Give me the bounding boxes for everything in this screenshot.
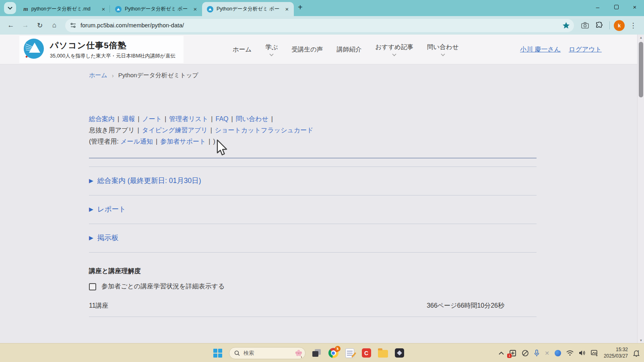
start-button[interactable]: [213, 348, 223, 358]
home-button[interactable]: ⌂: [48, 19, 60, 31]
tab-markdown-file[interactable]: m pythonデータ分析ゼミ.md ×: [19, 2, 110, 16]
web-page: パソコン仕事5倍塾 35,000人を指導した東大卒・元日本IBM社内講師が直伝 …: [0, 35, 644, 343]
chevron-down-icon: [269, 53, 274, 56]
triangle-right-icon: ▶: [89, 177, 93, 184]
tab-portal-2-active[interactable]: Pythonデータ分析ゼミ ポータルトップ ×: [202, 2, 294, 16]
screen: m pythonデータ分析ゼミ.md × Pythonデータ分析ゼミ ポータルト…: [0, 0, 644, 362]
file-explorer-taskbar-icon[interactable]: [378, 348, 388, 358]
quicklinks-row-1: 総合案内|週報|ノート|管理者リスト|FAQ|問い合わせ|: [89, 113, 537, 125]
quicklink[interactable]: メール通知: [120, 138, 153, 145]
extensions-icon[interactable]: [593, 19, 605, 31]
close-window-button[interactable]: ×: [625, 0, 644, 14]
section-toggle[interactable]: ▶ 総合案内 (最終更新日: 01月30日): [89, 176, 537, 185]
checkbox-label[interactable]: 参加者ごとの講座学習状況を詳細表示する: [101, 282, 225, 291]
quicklink[interactable]: 総合案内: [89, 115, 115, 122]
scroll-up-icon[interactable]: ▲: [638, 35, 644, 40]
markdown-favicon: m: [23, 6, 28, 12]
reload-button[interactable]: ↻: [34, 19, 46, 31]
section-general-info: ▶ 総合案内 (最終更新日: 01月30日): [89, 176, 537, 195]
main-navigation: ホーム 学ぶ 受講生の声 講師紹介 おすすめ記事 問い合わせ: [233, 35, 459, 64]
breadcrumb-current: Pythonデータ分析ゼミトップ: [118, 72, 198, 79]
section-toggle[interactable]: ▶ 掲示板: [89, 233, 537, 243]
logout-link-wrap: ログアウト: [569, 35, 602, 64]
site-info-icon[interactable]: [70, 23, 76, 28]
quicklink[interactable]: ショートカットフラッシュカード: [215, 127, 314, 134]
nav-item-voices[interactable]: 受講生の声: [292, 35, 323, 64]
red-app-taskbar-icon[interactable]: C: [361, 348, 372, 358]
nav-item-home[interactable]: ホーム: [233, 35, 252, 64]
nav-item-instructors[interactable]: 講師紹介: [336, 35, 361, 64]
nav-item-articles[interactable]: おすすめ記事: [375, 35, 413, 64]
quicklink[interactable]: FAQ: [216, 115, 229, 122]
notification-bell-dnd-icon[interactable]: z: [633, 350, 640, 357]
tab-search-button[interactable]: [4, 2, 16, 14]
microphone-icon[interactable]: [534, 350, 539, 357]
dark-app-taskbar-icon[interactable]: [394, 348, 405, 358]
taskbar-clock[interactable]: 15:32 2025/03/27: [604, 347, 628, 359]
sync-app-tray-icon[interactable]: 1: [509, 350, 516, 357]
nav-item-contact[interactable]: 問い合わせ: [427, 35, 459, 64]
new-tab-button[interactable]: +: [298, 3, 303, 12]
tray-expand-chevron-icon[interactable]: [499, 352, 504, 355]
bookmark-star-icon[interactable]: [562, 22, 570, 29]
photo-import-icon[interactable]: [591, 350, 599, 356]
profile-avatar[interactable]: k: [614, 20, 625, 31]
maximize-icon: [614, 5, 619, 9]
tab-title: Pythonデータ分析ゼミ ポータルトップ: [125, 6, 188, 12]
chrome-taskbar-icon[interactable]: k: [328, 348, 339, 358]
blue-app-tray-icon[interactable]: [555, 350, 561, 356]
quicklink[interactable]: タイピング練習アプリ: [142, 127, 208, 134]
quicklink[interactable]: 週報: [122, 115, 135, 122]
volume-icon[interactable]: [579, 350, 586, 356]
maximize-button[interactable]: [607, 0, 625, 14]
tab-close-icon[interactable]: ×: [192, 6, 199, 12]
section-title[interactable]: 掲示板: [97, 233, 119, 243]
taskbar-search-box[interactable]: 検索: [229, 347, 305, 359]
tab-title: Pythonデータ分析ゼミ ポータルトップ: [217, 6, 280, 12]
quicklink[interactable]: ノート: [142, 115, 162, 122]
site-header: パソコン仕事5倍塾 35,000人を指導した東大卒・元日本IBM社内講師が直伝 …: [0, 35, 637, 64]
notepad-taskbar-icon[interactable]: [345, 348, 355, 358]
quicklinks-row-2: 息抜き用アプリ|タイピング練習アプリ|ショートカットフラッシュカード: [89, 125, 537, 136]
task-view-button[interactable]: [312, 348, 322, 358]
breadcrumb: ホーム › Pythonデータ分析ゼミトップ: [89, 72, 198, 79]
quicklink[interactable]: 問い合わせ: [236, 115, 268, 122]
tab-close-icon[interactable]: ×: [283, 6, 291, 12]
page-scrollbar[interactable]: ▲ ▼: [637, 35, 644, 343]
user-name-link[interactable]: 小川 慶一さん: [520, 45, 561, 54]
detail-display-option: 参加者ごとの講座学習状況を詳細表示する: [89, 282, 537, 291]
quicklinks-row-3: (管理者用: メール通知|参加者サポート|): [89, 136, 537, 147]
inactive-x-icon[interactable]: ✕: [545, 350, 549, 356]
browser-menu-button[interactable]: ⋮: [627, 19, 639, 31]
folder-icon: [378, 350, 388, 358]
minimize-button[interactable]: –: [588, 0, 607, 14]
scroll-down-icon[interactable]: ▼: [638, 337, 644, 343]
back-button[interactable]: ←: [5, 19, 17, 31]
system-tray: 1 ✕ 15:32 2025/03/27: [499, 343, 640, 362]
site-logo-card[interactable]: パソコン仕事5倍塾 35,000人を指導した東大卒・元日本IBM社内講師が直伝: [19, 36, 184, 63]
tab-portal-1[interactable]: Pythonデータ分析ゼミ ポータルトップ ×: [110, 2, 202, 16]
offline-cloud-icon[interactable]: [522, 350, 529, 357]
section-toggle[interactable]: ▶ レポート: [89, 204, 537, 214]
logout-link[interactable]: ログアウト: [569, 45, 602, 54]
section-title[interactable]: レポート: [97, 204, 126, 214]
wifi-icon[interactable]: [566, 350, 574, 356]
nav-item-learn[interactable]: 学ぶ: [265, 35, 278, 64]
detail-display-checkbox[interactable]: [89, 283, 96, 290]
quicklink[interactable]: 参加者サポート: [160, 138, 206, 145]
section-title[interactable]: 総合案内 (最終更新日: 01月30日): [97, 176, 201, 185]
divider-light: [89, 317, 537, 317]
section-report: ▶ レポート: [89, 204, 537, 224]
section-board: ▶ 掲示板: [89, 233, 537, 253]
site-favicon: [115, 6, 122, 12]
tab-close-icon[interactable]: ×: [100, 6, 107, 12]
site-subtitle: 35,000人を指導した東大卒・元日本IBM社内講師が直伝: [50, 53, 175, 60]
camera-capture-icon[interactable]: [579, 19, 591, 31]
breadcrumb-home-link[interactable]: ホーム: [89, 72, 107, 79]
red-app-icon: C: [362, 348, 371, 358]
scrollbar-thumb[interactable]: [639, 42, 643, 97]
quicklink[interactable]: 管理者リスト: [169, 115, 208, 122]
address-bar[interactable]: forum.pc5bai.com/member/python-data/: [65, 19, 574, 32]
url-text[interactable]: forum.pc5bai.com/member/python-data/: [80, 22, 558, 29]
forward-button[interactable]: →: [19, 19, 31, 31]
